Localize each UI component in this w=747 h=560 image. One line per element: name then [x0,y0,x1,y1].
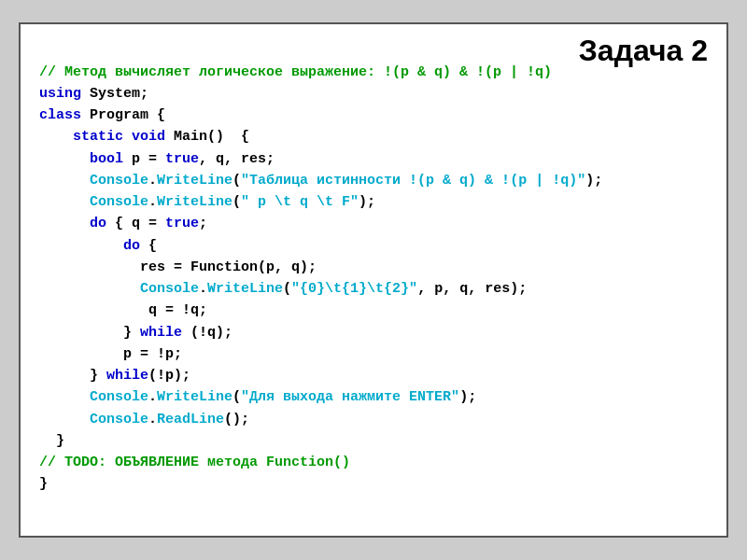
keyword-while2: while [106,368,148,384]
code-bool-vars: p = [123,151,165,167]
code-bool-line [39,151,90,167]
keyword-do1: do [90,216,106,231]
code-paren4: ( [233,389,241,405]
console-writeline4: Console [90,389,148,405]
keyword-true2: true [165,216,199,231]
todo-comment: // TODO: ОБЪЯВЛЕНИЕ метода Function() [39,455,350,470]
code-indent2 [39,173,90,189]
keyword-bool: bool [90,151,123,167]
page-title: Задача 2 [579,34,708,68]
code-close4: ); [459,389,476,405]
code-dot5: . [148,412,157,427]
writeline1-method: WriteLine [157,173,233,189]
code-while1-cond: (!q); [182,325,233,341]
comment-line1: // Метод вычисляет логическое выражение:… [39,64,552,80]
code-readline-close: (); [224,412,249,427]
keyword-while1: while [140,325,182,341]
keyword-do2: do [106,238,140,254]
code-closing-brace2: } [39,476,48,492]
writeline4-method: WriteLine [157,389,233,405]
code-indent6: res = Function(p, q); [39,259,317,275]
code-params3: , p, q, res); [417,281,527,297]
code-do1-brace: { q = [106,216,165,231]
keyword-true1: true [165,151,199,167]
code-close1: ); [585,173,602,189]
code-close2: ); [359,194,375,210]
writeline2-method: WriteLine [157,194,233,210]
console-writeline1: Console [90,173,148,189]
code-paren2: ( [233,194,241,210]
code-paren3: ( [283,281,291,297]
code-bool-rest: , q, res; [199,151,275,167]
code-indent5 [39,238,106,254]
code-void [123,129,132,145]
code-indent10: p = !p; [39,346,182,362]
code-do2-brace: { [140,238,157,254]
console-readline: Console [90,412,148,427]
code-indent12 [39,389,90,405]
code-indent8: q = !q; [39,302,207,318]
keyword-class: class [39,107,81,123]
code-using: System; [81,86,148,102]
code-dot3: . [199,281,207,297]
string3: "{0}\t{1}\t{2}" [291,281,417,297]
code-indent13 [39,412,90,427]
code-indent9: } [39,325,140,341]
keyword-static: static [56,129,123,145]
string4: "Для выхода нажмите ENTER" [241,389,459,405]
console-writeline2: Console [90,194,148,210]
code-container: Задача 2 // Метод вычисляет логическое в… [19,22,728,538]
keyword-void: void [132,129,165,145]
code-indent4 [39,216,90,231]
code-class: Program { [81,107,165,123]
string2: " p \t q \t F" [241,194,359,210]
readline-method: ReadLine [157,412,224,427]
code-indent3 [39,194,90,210]
code-dot1: . [148,173,157,189]
code-paren1: ( [233,173,241,189]
code-indent1 [39,129,56,145]
code-dot4: . [148,389,157,405]
code-closing-brace1: } [39,433,64,449]
code-do1-semi: ; [199,216,207,231]
code-while2-cond: (!p); [148,368,190,384]
code-indent11: } [39,368,106,384]
code-block: // Метод вычисляет логическое выражение:… [39,39,708,517]
code-main: Main() { [165,129,249,145]
keyword-using: using [39,86,81,102]
code-dot2: . [148,194,157,210]
code-indent7 [39,281,140,297]
string1: "Таблица истинности !(p & q) & !(p | !q)… [241,173,585,189]
console-writeline3: Console [140,281,199,297]
writeline3-method: WriteLine [207,281,283,297]
